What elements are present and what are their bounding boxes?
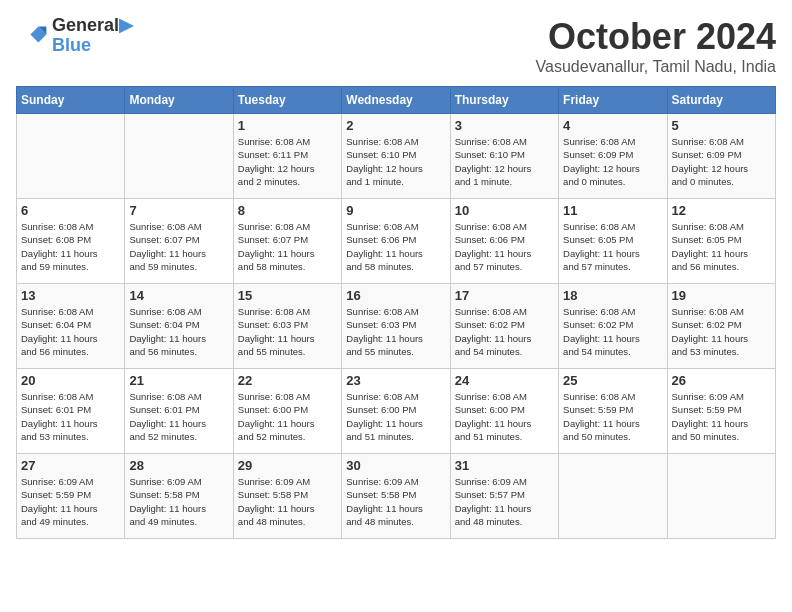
calendar-cell [559, 454, 667, 539]
day-info: Sunrise: 6:08 AM Sunset: 6:00 PM Dayligh… [238, 390, 337, 443]
calendar-cell: 13Sunrise: 6:08 AM Sunset: 6:04 PM Dayli… [17, 284, 125, 369]
day-info: Sunrise: 6:08 AM Sunset: 6:03 PM Dayligh… [346, 305, 445, 358]
day-info: Sunrise: 6:09 AM Sunset: 5:58 PM Dayligh… [346, 475, 445, 528]
day-number: 15 [238, 288, 337, 303]
day-info: Sunrise: 6:09 AM Sunset: 5:59 PM Dayligh… [21, 475, 120, 528]
logo-text: General▶ Blue [52, 16, 133, 56]
calendar-cell: 31Sunrise: 6:09 AM Sunset: 5:57 PM Dayli… [450, 454, 558, 539]
day-info: Sunrise: 6:09 AM Sunset: 5:57 PM Dayligh… [455, 475, 554, 528]
day-info: Sunrise: 6:08 AM Sunset: 6:06 PM Dayligh… [346, 220, 445, 273]
calendar-cell: 9Sunrise: 6:08 AM Sunset: 6:06 PM Daylig… [342, 199, 450, 284]
day-number: 24 [455, 373, 554, 388]
calendar-cell: 28Sunrise: 6:09 AM Sunset: 5:58 PM Dayli… [125, 454, 233, 539]
day-number: 17 [455, 288, 554, 303]
day-info: Sunrise: 6:08 AM Sunset: 6:02 PM Dayligh… [455, 305, 554, 358]
calendar-cell: 21Sunrise: 6:08 AM Sunset: 6:01 PM Dayli… [125, 369, 233, 454]
day-number: 27 [21, 458, 120, 473]
weekday-header: Thursday [450, 87, 558, 114]
day-info: Sunrise: 6:08 AM Sunset: 5:59 PM Dayligh… [563, 390, 662, 443]
day-info: Sunrise: 6:09 AM Sunset: 5:58 PM Dayligh… [129, 475, 228, 528]
calendar-cell: 15Sunrise: 6:08 AM Sunset: 6:03 PM Dayli… [233, 284, 341, 369]
day-number: 19 [672, 288, 771, 303]
day-number: 6 [21, 203, 120, 218]
calendar-table: SundayMondayTuesdayWednesdayThursdayFrid… [16, 86, 776, 539]
day-number: 28 [129, 458, 228, 473]
day-number: 21 [129, 373, 228, 388]
location-subtitle: Vasudevanallur, Tamil Nadu, India [536, 58, 776, 76]
day-number: 14 [129, 288, 228, 303]
calendar-cell: 8Sunrise: 6:08 AM Sunset: 6:07 PM Daylig… [233, 199, 341, 284]
day-number: 12 [672, 203, 771, 218]
day-number: 1 [238, 118, 337, 133]
calendar-cell: 24Sunrise: 6:08 AM Sunset: 6:00 PM Dayli… [450, 369, 558, 454]
day-number: 31 [455, 458, 554, 473]
calendar-cell: 4Sunrise: 6:08 AM Sunset: 6:09 PM Daylig… [559, 114, 667, 199]
day-info: Sunrise: 6:08 AM Sunset: 6:09 PM Dayligh… [672, 135, 771, 188]
day-info: Sunrise: 6:08 AM Sunset: 6:00 PM Dayligh… [346, 390, 445, 443]
day-number: 13 [21, 288, 120, 303]
day-number: 30 [346, 458, 445, 473]
day-info: Sunrise: 6:08 AM Sunset: 6:07 PM Dayligh… [129, 220, 228, 273]
day-number: 29 [238, 458, 337, 473]
weekday-header: Sunday [17, 87, 125, 114]
calendar-week-row: 6Sunrise: 6:08 AM Sunset: 6:08 PM Daylig… [17, 199, 776, 284]
day-number: 22 [238, 373, 337, 388]
calendar-cell: 27Sunrise: 6:09 AM Sunset: 5:59 PM Dayli… [17, 454, 125, 539]
day-number: 11 [563, 203, 662, 218]
day-info: Sunrise: 6:08 AM Sunset: 6:10 PM Dayligh… [346, 135, 445, 188]
weekday-header: Tuesday [233, 87, 341, 114]
calendar-cell: 16Sunrise: 6:08 AM Sunset: 6:03 PM Dayli… [342, 284, 450, 369]
calendar-cell: 20Sunrise: 6:08 AM Sunset: 6:01 PM Dayli… [17, 369, 125, 454]
calendar-cell: 7Sunrise: 6:08 AM Sunset: 6:07 PM Daylig… [125, 199, 233, 284]
calendar-cell: 2Sunrise: 6:08 AM Sunset: 6:10 PM Daylig… [342, 114, 450, 199]
day-info: Sunrise: 6:08 AM Sunset: 6:02 PM Dayligh… [563, 305, 662, 358]
weekday-header: Wednesday [342, 87, 450, 114]
calendar-cell: 25Sunrise: 6:08 AM Sunset: 5:59 PM Dayli… [559, 369, 667, 454]
day-info: Sunrise: 6:08 AM Sunset: 6:04 PM Dayligh… [129, 305, 228, 358]
calendar-week-row: 1Sunrise: 6:08 AM Sunset: 6:11 PM Daylig… [17, 114, 776, 199]
day-number: 8 [238, 203, 337, 218]
calendar-cell: 11Sunrise: 6:08 AM Sunset: 6:05 PM Dayli… [559, 199, 667, 284]
day-number: 2 [346, 118, 445, 133]
day-number: 20 [21, 373, 120, 388]
calendar-cell: 14Sunrise: 6:08 AM Sunset: 6:04 PM Dayli… [125, 284, 233, 369]
day-info: Sunrise: 6:08 AM Sunset: 6:00 PM Dayligh… [455, 390, 554, 443]
day-info: Sunrise: 6:08 AM Sunset: 6:02 PM Dayligh… [672, 305, 771, 358]
calendar-cell: 3Sunrise: 6:08 AM Sunset: 6:10 PM Daylig… [450, 114, 558, 199]
calendar-week-row: 13Sunrise: 6:08 AM Sunset: 6:04 PM Dayli… [17, 284, 776, 369]
calendar-cell [125, 114, 233, 199]
day-number: 3 [455, 118, 554, 133]
page-header: General▶ Blue October 2024 Vasudevanallu… [16, 16, 776, 76]
logo-icon [16, 20, 48, 52]
day-number: 5 [672, 118, 771, 133]
calendar-cell: 17Sunrise: 6:08 AM Sunset: 6:02 PM Dayli… [450, 284, 558, 369]
day-number: 9 [346, 203, 445, 218]
day-number: 10 [455, 203, 554, 218]
calendar-week-row: 20Sunrise: 6:08 AM Sunset: 6:01 PM Dayli… [17, 369, 776, 454]
calendar-cell: 30Sunrise: 6:09 AM Sunset: 5:58 PM Dayli… [342, 454, 450, 539]
logo: General▶ Blue [16, 16, 133, 56]
day-info: Sunrise: 6:09 AM Sunset: 5:59 PM Dayligh… [672, 390, 771, 443]
calendar-cell: 23Sunrise: 6:08 AM Sunset: 6:00 PM Dayli… [342, 369, 450, 454]
day-info: Sunrise: 6:08 AM Sunset: 6:11 PM Dayligh… [238, 135, 337, 188]
calendar-cell: 26Sunrise: 6:09 AM Sunset: 5:59 PM Dayli… [667, 369, 775, 454]
calendar-cell [667, 454, 775, 539]
day-info: Sunrise: 6:08 AM Sunset: 6:05 PM Dayligh… [672, 220, 771, 273]
calendar-cell: 22Sunrise: 6:08 AM Sunset: 6:00 PM Dayli… [233, 369, 341, 454]
day-info: Sunrise: 6:08 AM Sunset: 6:07 PM Dayligh… [238, 220, 337, 273]
month-title: October 2024 [536, 16, 776, 58]
calendar-cell: 29Sunrise: 6:09 AM Sunset: 5:58 PM Dayli… [233, 454, 341, 539]
day-info: Sunrise: 6:08 AM Sunset: 6:03 PM Dayligh… [238, 305, 337, 358]
calendar-cell: 19Sunrise: 6:08 AM Sunset: 6:02 PM Dayli… [667, 284, 775, 369]
day-info: Sunrise: 6:08 AM Sunset: 6:06 PM Dayligh… [455, 220, 554, 273]
calendar-cell [17, 114, 125, 199]
day-number: 26 [672, 373, 771, 388]
day-info: Sunrise: 6:08 AM Sunset: 6:09 PM Dayligh… [563, 135, 662, 188]
day-number: 25 [563, 373, 662, 388]
day-info: Sunrise: 6:08 AM Sunset: 6:10 PM Dayligh… [455, 135, 554, 188]
day-info: Sunrise: 6:08 AM Sunset: 6:05 PM Dayligh… [563, 220, 662, 273]
day-info: Sunrise: 6:08 AM Sunset: 6:01 PM Dayligh… [21, 390, 120, 443]
calendar-cell: 6Sunrise: 6:08 AM Sunset: 6:08 PM Daylig… [17, 199, 125, 284]
calendar-cell: 10Sunrise: 6:08 AM Sunset: 6:06 PM Dayli… [450, 199, 558, 284]
calendar-cell: 12Sunrise: 6:08 AM Sunset: 6:05 PM Dayli… [667, 199, 775, 284]
